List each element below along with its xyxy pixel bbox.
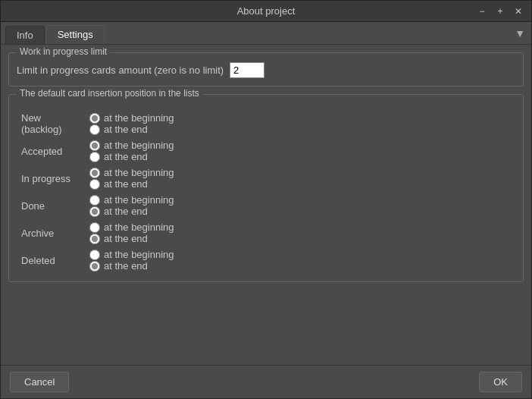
window-controls: − + ✕ (474, 5, 527, 18)
insert-row-label-accepted: Accepted (17, 137, 85, 165)
radio-label-beginning-new_backlog[interactable]: at the beginning (89, 112, 503, 124)
tab-info[interactable]: Info (5, 26, 45, 44)
radio-label-end-new_backlog[interactable]: at the end (89, 124, 503, 135)
wip-group: Work in progress limit Limit in progress… (8, 52, 524, 86)
radio-label-end-archive[interactable]: at the end (89, 233, 503, 244)
radio-end-in_progress[interactable] (89, 179, 100, 190)
title-bar: About project − + ✕ (1, 1, 531, 22)
radio-label-end-deleted[interactable]: at the end (89, 260, 503, 272)
radio-beginning-archive[interactable] (89, 222, 100, 233)
wip-label: Limit in progress cards amount (zero is … (17, 64, 224, 76)
radio-end-archive[interactable] (89, 234, 100, 244)
radio-beginning-new_backlog[interactable] (89, 113, 100, 124)
insert-row-label-in_progress: In progress (17, 165, 85, 192)
tabs-bar: Info Settings ▼ (1, 22, 531, 45)
settings-content: Work in progress limit Limit in progress… (1, 45, 531, 365)
tab-dropdown-icon[interactable]: ▼ (515, 27, 525, 39)
window-title: About project (237, 5, 296, 17)
radio-end-new_backlog[interactable] (89, 124, 100, 135)
maximize-button[interactable]: + (492, 5, 509, 18)
radio-label-end-done[interactable]: at the end (89, 206, 503, 217)
ok-button[interactable]: OK (479, 372, 522, 392)
insert-row-label-archive: Archive (17, 219, 85, 247)
radio-label-beginning-archive[interactable]: at the beginning (89, 221, 503, 233)
insert-group: The default card insertion position in t… (8, 94, 524, 282)
radio-beginning-deleted[interactable] (89, 250, 100, 260)
insert-table: New (backlog)at the beginningat the endA… (17, 110, 515, 274)
wip-row: Limit in progress cards amount (zero is … (17, 62, 515, 78)
insert-row-label-new_backlog: New (backlog) (17, 110, 85, 137)
insert-row-accepted: Acceptedat the beginningat the end (17, 137, 515, 165)
radio-beginning-accepted[interactable] (89, 140, 100, 151)
insert-row-label-deleted: Deleted (17, 247, 85, 274)
wip-group-title: Work in progress limit (17, 46, 110, 57)
radio-label-beginning-in_progress[interactable]: at the beginning (89, 167, 503, 178)
insert-group-title: The default card insertion position in t… (17, 88, 202, 99)
insert-row-archive: Archiveat the beginningat the end (17, 219, 515, 247)
tab-settings[interactable]: Settings (46, 25, 105, 44)
insert-row-label-done: Done (17, 192, 85, 219)
radio-end-deleted[interactable] (89, 261, 100, 272)
insert-row-new_backlog: New (backlog)at the beginningat the end (17, 110, 515, 137)
insert-row-in_progress: In progressat the beginningat the end (17, 165, 515, 192)
insert-row-done: Doneat the beginningat the end (17, 192, 515, 219)
insert-row-deleted: Deletedat the beginningat the end (17, 247, 515, 274)
radio-beginning-in_progress[interactable] (89, 168, 100, 178)
radio-label-beginning-accepted[interactable]: at the beginning (89, 140, 503, 151)
radio-end-accepted[interactable] (89, 152, 100, 162)
close-button[interactable]: ✕ (510, 5, 527, 18)
wip-input[interactable] (230, 62, 264, 78)
radio-label-end-accepted[interactable]: at the end (89, 151, 503, 162)
radio-end-done[interactable] (89, 206, 100, 217)
cancel-button[interactable]: Cancel (10, 372, 69, 392)
radio-beginning-done[interactable] (89, 195, 100, 206)
radio-label-beginning-done[interactable]: at the beginning (89, 194, 503, 206)
radio-label-end-in_progress[interactable]: at the end (89, 178, 503, 190)
radio-label-beginning-deleted[interactable]: at the beginning (89, 249, 503, 260)
minimize-button[interactable]: − (474, 5, 490, 18)
footer: Cancel OK (1, 365, 531, 398)
main-window: About project − + ✕ Info Settings ▼ Work… (0, 0, 532, 399)
